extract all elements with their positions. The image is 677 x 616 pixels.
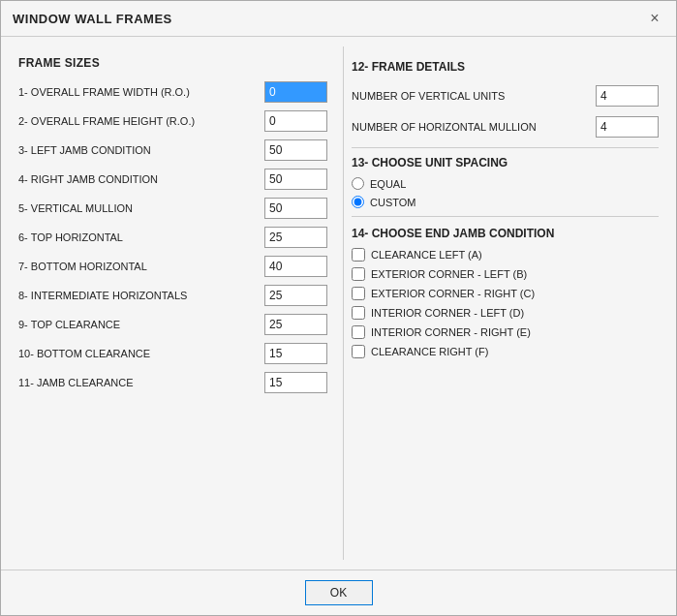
dialog-window-wall-frames: WINDOW WALL FRAMES × FRAME SIZES 1- OVER…	[0, 0, 677, 616]
label-field-7: 7- BOTTOM HORIZONTAL	[18, 261, 264, 272]
checkbox-label-interior-corner-right: INTERIOR CORNER - RIGHT (E)	[371, 326, 531, 338]
spacing-options: EQUALCUSTOM	[352, 177, 659, 208]
row-field-4: 4- RIGHT JAMB CONDITION	[18, 169, 327, 190]
checkbox-label-exterior-corner-left: EXTERIOR CORNER - LEFT (B)	[371, 268, 527, 280]
input-field-10[interactable]	[264, 343, 327, 364]
checkbox-label-exterior-corner-right: EXTERIOR CORNER - RIGHT (C)	[371, 288, 535, 299]
end-jamb-row-interior-corner-left: INTERIOR CORNER - LEFT (D)	[352, 306, 659, 320]
input-field-4[interactable]	[264, 169, 327, 190]
radio-custom[interactable]	[352, 196, 364, 208]
horizontal-mullion-row: NUMBER OF HORIZONTAL MULLION	[352, 116, 659, 138]
checkbox-clearance-left[interactable]	[352, 248, 365, 262]
input-field-3[interactable]	[264, 139, 327, 161]
label-field-5: 5- VERTICAL MULLION	[18, 202, 264, 214]
checkbox-interior-corner-left[interactable]	[352, 306, 365, 320]
input-field-2[interactable]	[264, 110, 327, 132]
checkbox-clearance-right[interactable]	[352, 345, 365, 358]
spacing-title: 13- CHOOSE UNIT SPACING	[352, 156, 659, 169]
horizontal-mullion-label: NUMBER OF HORIZONTAL MULLION	[352, 121, 596, 133]
checkbox-exterior-corner-right[interactable]	[352, 287, 365, 300]
left-fields: 1- OVERALL FRAME WIDTH (R.O.)2- OVERALL …	[18, 81, 327, 393]
row-field-7: 7- BOTTOM HORIZONTAL	[18, 256, 327, 277]
label-field-6: 6- TOP HORIZONTAL	[18, 231, 264, 243]
frame-sizes-title: FRAME SIZES	[18, 56, 327, 70]
row-field-10: 10- BOTTOM CLEARANCE	[18, 343, 327, 364]
end-jamb-options: CLEARANCE LEFT (A)EXTERIOR CORNER - LEFT…	[352, 248, 659, 358]
vertical-units-label: NUMBER OF VERTICAL UNITS	[352, 90, 596, 102]
dialog-title: WINDOW WALL FRAMES	[13, 12, 172, 26]
end-jamb-row-clearance-left: CLEARANCE LEFT (A)	[352, 248, 659, 262]
left-panel: FRAME SIZES 1- OVERALL FRAME WIDTH (R.O.…	[11, 46, 335, 560]
end-jamb-title: 14- CHOOSE END JAMB CONDITION	[352, 227, 659, 240]
title-bar: WINDOW WALL FRAMES ×	[1, 1, 676, 37]
label-field-11: 11- JAMB CLEARANCE	[18, 377, 264, 388]
row-field-5: 5- VERTICAL MULLION	[18, 198, 327, 219]
row-field-6: 6- TOP HORIZONTAL	[18, 227, 327, 248]
close-button[interactable]: ×	[645, 9, 664, 28]
right-panel: 12- FRAME DETAILS NUMBER OF VERTICAL UNI…	[343, 46, 666, 560]
label-field-3: 3- LEFT JAMB CONDITION	[18, 144, 264, 156]
label-field-8: 8- INTERMEDIATE HORIZONTALS	[18, 290, 264, 301]
row-field-9: 9- TOP CLEARANCE	[18, 314, 327, 335]
label-field-10: 10- BOTTOM CLEARANCE	[18, 348, 264, 359]
row-field-2: 2- OVERALL FRAME HEIGHT (R.O.)	[18, 110, 327, 132]
checkbox-interior-corner-right[interactable]	[352, 325, 365, 339]
label-field-9: 9- TOP CLEARANCE	[18, 319, 264, 330]
spacing-row-custom: CUSTOM	[352, 196, 659, 208]
checkbox-exterior-corner-left[interactable]	[352, 267, 365, 281]
frame-details-title: 12- FRAME DETAILS	[352, 60, 659, 74]
label-field-1: 1- OVERALL FRAME WIDTH (R.O.)	[18, 86, 264, 98]
spacing-row-equal: EQUAL	[352, 177, 659, 190]
row-field-3: 3- LEFT JAMB CONDITION	[18, 139, 327, 161]
end-jamb-row-interior-corner-right: INTERIOR CORNER - RIGHT (E)	[352, 325, 659, 339]
input-field-8[interactable]	[264, 285, 327, 306]
checkbox-label-interior-corner-left: INTERIOR CORNER - LEFT (D)	[371, 307, 524, 319]
radio-label-custom: CUSTOM	[370, 197, 415, 208]
input-field-9[interactable]	[264, 314, 327, 335]
row-field-11: 11- JAMB CLEARANCE	[18, 372, 327, 393]
input-field-11[interactable]	[264, 372, 327, 393]
input-field-7[interactable]	[264, 256, 327, 277]
input-field-6[interactable]	[264, 227, 327, 248]
label-field-4: 4- RIGHT JAMB CONDITION	[18, 173, 264, 185]
end-jamb-row-exterior-corner-left: EXTERIOR CORNER - LEFT (B)	[352, 267, 659, 281]
end-jamb-row-exterior-corner-right: EXTERIOR CORNER - RIGHT (C)	[352, 287, 659, 300]
vertical-units-input[interactable]	[596, 85, 659, 107]
radio-label-equal: EQUAL	[370, 178, 406, 190]
row-field-8: 8- INTERMEDIATE HORIZONTALS	[18, 285, 327, 306]
end-jamb-row-clearance-right: CLEARANCE RIGHT (F)	[352, 345, 659, 358]
row-field-1: 1- OVERALL FRAME WIDTH (R.O.)	[18, 81, 327, 103]
radio-equal[interactable]	[352, 177, 364, 190]
dialog-content: FRAME SIZES 1- OVERALL FRAME WIDTH (R.O.…	[1, 37, 676, 570]
dialog-footer: OK	[1, 570, 676, 615]
vertical-units-row: NUMBER OF VERTICAL UNITS	[352, 85, 659, 107]
label-field-2: 2- OVERALL FRAME HEIGHT (R.O.)	[18, 115, 264, 127]
input-field-5[interactable]	[264, 198, 327, 219]
checkbox-label-clearance-right: CLEARANCE RIGHT (F)	[371, 346, 488, 357]
checkbox-label-clearance-left: CLEARANCE LEFT (A)	[371, 249, 482, 261]
ok-button[interactable]: OK	[305, 580, 373, 605]
horizontal-mullion-input[interactable]	[596, 116, 659, 138]
input-field-1[interactable]	[264, 81, 327, 103]
